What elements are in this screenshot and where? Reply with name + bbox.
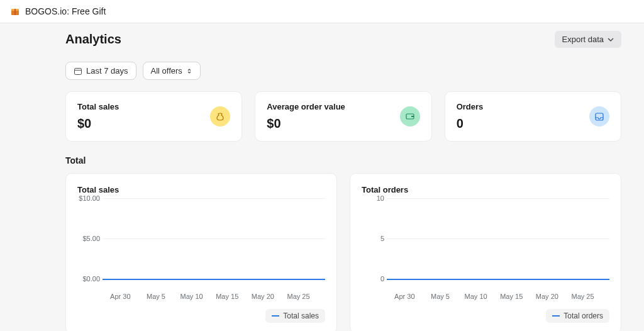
page-title: Analytics — [65, 32, 121, 47]
chart-title: Total sales — [77, 185, 325, 194]
wallet-icon — [400, 106, 420, 126]
offer-select-label: All offers — [151, 66, 182, 76]
card-value: $0 — [267, 116, 345, 131]
y-tick: $5.00 — [75, 235, 100, 242]
svg-rect-3 — [75, 68, 82, 74]
card-orders: Orders 0 — [445, 91, 621, 142]
money-bag-icon — [210, 106, 230, 126]
legend-swatch — [272, 315, 279, 317]
topbar: BOGOS.io: Free Gift — [0, 0, 644, 23]
legend-item: Total sales — [265, 309, 325, 323]
svg-rect-6 — [411, 116, 414, 117]
legend-swatch — [552, 315, 560, 317]
legend-item: Total orders — [546, 309, 609, 323]
card-label: Total sales — [77, 102, 119, 111]
card-aov: Average order value $0 — [255, 91, 431, 142]
svg-rect-2 — [14, 9, 16, 15]
legend-label: Total sales — [283, 311, 319, 320]
chart-total-sales: Total sales $10.00 $5.00 $0.00 Apr 30 Ma… — [65, 173, 337, 331]
page-header: Analytics Export data — [65, 31, 644, 48]
sort-icon — [186, 68, 192, 74]
card-total-sales: Total sales $0 — [65, 91, 242, 142]
y-tick: $10.00 — [75, 194, 100, 202]
app-title: BOGOS.io: Free Gift — [25, 6, 106, 16]
x-tick: May 15 — [500, 293, 523, 300]
page: Analytics Export data Last 7 days All of… — [0, 23, 644, 331]
x-tick: May 15 — [216, 293, 238, 300]
date-range-label: Last 7 days — [86, 66, 128, 76]
card-label: Orders — [457, 102, 484, 111]
filters-row: Last 7 days All offers — [65, 62, 644, 80]
y-tick: 10 — [359, 194, 384, 202]
chevron-down-icon — [608, 36, 614, 43]
y-tick: $0.00 — [75, 275, 100, 283]
x-tick: May 20 — [252, 293, 274, 300]
card-value: 0 — [457, 116, 484, 131]
x-tick: May 5 — [147, 293, 165, 300]
x-tick: May 20 — [536, 293, 558, 300]
export-data-label: Export data — [562, 35, 604, 44]
series-line — [103, 279, 325, 280]
x-tick: May 10 — [180, 293, 203, 300]
series-line — [387, 279, 609, 280]
offer-select-button[interactable]: All offers — [143, 62, 201, 80]
card-value: $0 — [77, 116, 119, 131]
summary-cards: Total sales $0 Average order value $0 Or… — [65, 91, 644, 142]
x-tick: Apr 30 — [394, 293, 414, 300]
inbox-icon — [589, 106, 609, 126]
card-label: Average order value — [267, 102, 345, 111]
x-tick: May 10 — [465, 293, 487, 300]
section-total-header: Total — [65, 155, 644, 166]
charts-row: Total sales $10.00 $5.00 $0.00 Apr 30 Ma… — [65, 173, 644, 331]
chart-title: Total orders — [362, 185, 609, 194]
chart-plot: 10 5 0 — [387, 198, 609, 286]
x-tick: May 25 — [571, 293, 594, 300]
y-tick: 0 — [359, 275, 384, 283]
x-tick: May 25 — [287, 293, 309, 300]
chart-legend: Total sales — [77, 309, 325, 323]
gift-icon — [10, 6, 20, 16]
x-tick: May 5 — [431, 293, 450, 300]
export-data-button[interactable]: Export data — [555, 31, 622, 48]
chart-legend: Total orders — [362, 309, 609, 323]
chart-total-orders: Total orders 10 5 0 Apr 30 May 5 May 10 … — [350, 173, 621, 331]
x-axis: Apr 30 May 5 May 10 May 15 May 20 May 25 — [387, 293, 609, 301]
x-tick: Apr 30 — [110, 293, 130, 300]
y-tick: 5 — [359, 235, 384, 242]
calendar-icon — [74, 67, 82, 76]
legend-label: Total orders — [564, 311, 603, 320]
date-range-button[interactable]: Last 7 days — [65, 62, 136, 80]
chart-plot: $10.00 $5.00 $0.00 — [103, 198, 325, 286]
x-axis: Apr 30 May 5 May 10 May 15 May 20 May 25 — [103, 293, 325, 301]
